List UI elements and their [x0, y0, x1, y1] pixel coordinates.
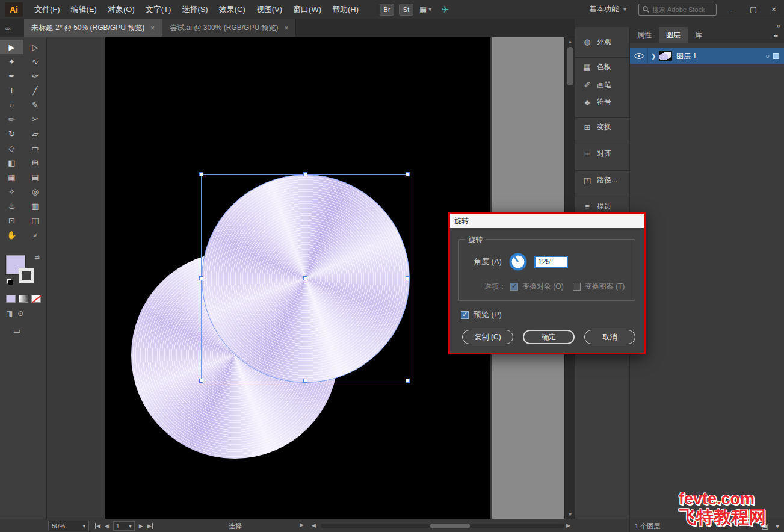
new-layer-icon[interactable]: ▣ [762, 522, 768, 530]
magic-wand-tool[interactable]: ✦ [0, 54, 23, 69]
minimize-button[interactable]: – [723, 0, 743, 19]
gradient-tool[interactable]: ▤ [23, 170, 47, 184]
width-tool[interactable]: ◇ [0, 141, 23, 155]
default-fill-stroke-icon[interactable] [6, 278, 12, 284]
selection-indicator[interactable] [773, 53, 779, 59]
chevron-down-icon[interactable]: ▾ [428, 6, 431, 13]
horizontal-scrollbar[interactable] [321, 524, 564, 528]
first-artboard-icon[interactable]: ◀ [95, 523, 100, 529]
target-circle-icon[interactable]: ○ [765, 52, 770, 60]
transform-objects-checkbox[interactable] [510, 283, 518, 291]
search-input[interactable] [652, 6, 712, 13]
cancel-button[interactable]: 取消 [584, 330, 635, 344]
expand-panels-icon[interactable]: » [776, 22, 780, 30]
scroll-right-icon[interactable]: ▶ [566, 522, 570, 528]
blend-tool[interactable]: ◎ [23, 184, 47, 199]
scroll-left-icon[interactable]: ◀ [312, 522, 316, 528]
stroke-swatch[interactable] [19, 268, 34, 283]
status-menu-icon[interactable]: ▶ [300, 522, 304, 528]
gradient-mode-button[interactable] [19, 295, 28, 303]
arrange-documents-icon[interactable]: ▦ [419, 5, 427, 14]
collapse-panels-icon[interactable]: «« [0, 19, 24, 37]
menu-item[interactable]: 视图(V) [251, 0, 288, 19]
rotate-tool[interactable]: ↻ [0, 126, 23, 141]
next-artboard-icon[interactable]: ▶ [139, 523, 143, 529]
document-tab[interactable]: 尝试.ai @ 300% (RGB/GPU 预览) × [162, 19, 296, 37]
panel-symbols[interactable]: ♣ 符号 [575, 93, 629, 110]
lasso-tool[interactable]: ∿ [23, 54, 47, 69]
artboard-tool[interactable]: ⊡ [0, 213, 23, 227]
stock-search[interactable] [638, 4, 717, 16]
scale-tool[interactable]: ▱ [23, 126, 47, 141]
curvature-tool[interactable]: ✑ [23, 69, 47, 83]
ellipse-tool[interactable]: ○ [0, 97, 23, 112]
color-mode-button[interactable] [6, 295, 16, 303]
screen-mode-icon[interactable]: ▭ [13, 326, 20, 335]
menu-item[interactable]: 对象(O) [102, 0, 140, 19]
graph-tool[interactable]: ▥ [23, 199, 47, 213]
preview-checkbox[interactable] [461, 311, 469, 319]
ok-button[interactable]: 确定 [523, 330, 574, 344]
scissors-tool[interactable]: ✂ [23, 112, 47, 126]
none-mode-button[interactable] [31, 295, 41, 303]
slice-tool[interactable]: ◫ [23, 213, 47, 227]
panel-tab[interactable]: 图层 [659, 27, 688, 43]
expand-layer-icon[interactable]: ❯ [648, 52, 659, 60]
layer-thumbnail[interactable] [659, 51, 672, 61]
panel-swatches[interactable]: ▦ 色板 [575, 57, 629, 76]
draw-normal-icon[interactable]: ◨ [6, 309, 13, 318]
symbol-sprayer-tool[interactable]: ♨ [0, 199, 23, 213]
menu-item[interactable]: 窗口(W) [288, 0, 327, 19]
panel-tab[interactable]: 属性 [630, 27, 659, 43]
pencil-tool[interactable]: ✏ [0, 112, 23, 126]
scroll-down-icon[interactable]: ▼ [565, 512, 575, 518]
layer-row[interactable]: ❯ 图层 1 ○ [630, 48, 784, 64]
zoom-level-select[interactable]: 50% ▾ [48, 521, 89, 531]
direct-selection-tool[interactable]: ▷ [23, 40, 47, 54]
close-button[interactable]: × [764, 0, 784, 19]
swap-fill-stroke-icon[interactable]: ⇄ [35, 254, 40, 261]
paintbrush-tool[interactable]: ✎ [23, 97, 47, 112]
pen-tool[interactable]: ✒ [0, 69, 23, 83]
workspace-switcher[interactable]: 基本功能 ▾ [584, 0, 632, 19]
shape-builder-tool[interactable]: ◧ [0, 155, 23, 170]
visibility-cell[interactable] [630, 48, 648, 64]
menu-item[interactable]: 文件(F) [29, 0, 66, 19]
horizontal-scroll-thumb[interactable] [430, 524, 470, 528]
panel-menu-icon[interactable]: ≡ [767, 27, 784, 43]
last-artboard-icon[interactable]: ▶ [147, 523, 153, 529]
layer-name[interactable]: 图层 1 [676, 51, 765, 61]
artboard-number-select[interactable]: 1 ▾ [113, 521, 135, 531]
share-icon[interactable]: ✈ [441, 4, 449, 15]
mesh-tool[interactable]: ▦ [0, 170, 23, 184]
circle-shape-selected[interactable] [202, 175, 410, 383]
copy-button[interactable]: 复制 (C) [462, 330, 513, 344]
draw-behind-icon[interactable]: ⊙ [17, 309, 23, 318]
angle-dial-icon[interactable] [508, 252, 528, 272]
vertical-scroll-thumb[interactable] [567, 47, 573, 85]
bridge-button[interactable]: Br [380, 4, 394, 16]
previous-artboard-icon[interactable]: ◀ [105, 523, 109, 529]
menu-item[interactable]: 编辑(E) [66, 0, 102, 19]
panel-transform[interactable]: ⊞ 变换 [575, 117, 629, 137]
hand-tool[interactable]: ✋ [0, 227, 23, 242]
zoom-tool[interactable]: ⌕ [23, 227, 47, 242]
panel-align[interactable]: ≣ 对齐 [575, 144, 629, 163]
line-tool[interactable]: ╱ [23, 83, 47, 97]
panel-brushes[interactable]: ✐ 画笔 [575, 76, 629, 93]
menu-item[interactable]: 选择(S) [176, 0, 213, 19]
angle-input[interactable] [534, 256, 568, 268]
dialog-titlebar[interactable]: 旋转 [450, 214, 644, 228]
panel-footer-menu-icon[interactable]: ▾ [776, 522, 779, 530]
type-tool[interactable]: T [0, 83, 23, 97]
eyedropper-tool[interactable]: ✧ [0, 184, 23, 199]
free-transform-tool[interactable]: ▭ [23, 141, 47, 155]
menu-item[interactable]: 帮助(H) [327, 0, 364, 19]
tab-close-icon[interactable]: × [284, 24, 288, 32]
menu-item[interactable]: 效果(C) [214, 0, 251, 19]
stock-button[interactable]: St [399, 4, 413, 16]
selection-tool[interactable]: ▶ [0, 40, 23, 54]
tab-close-icon[interactable]: × [150, 24, 155, 32]
transform-patterns-checkbox[interactable] [573, 283, 581, 291]
panel-pathfinder[interactable]: ◰ 路径... [575, 170, 629, 190]
